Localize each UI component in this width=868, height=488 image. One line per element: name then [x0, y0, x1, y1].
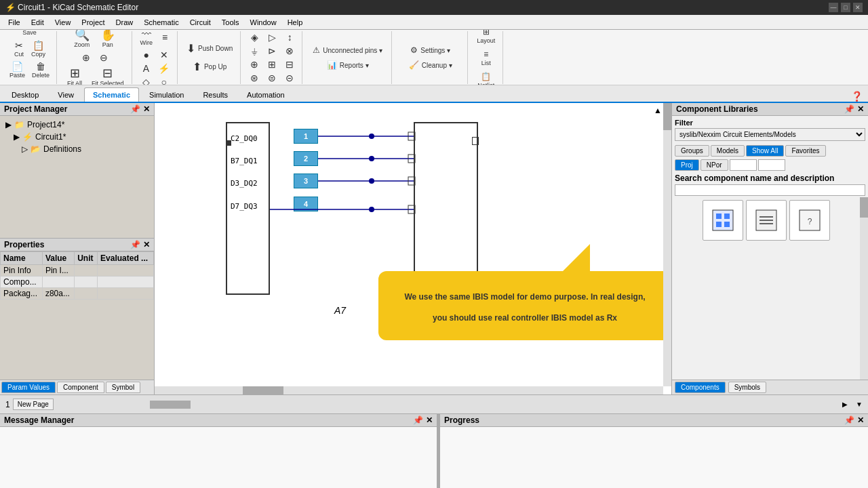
meas-button[interactable]: ⊟: [281, 58, 298, 70]
pop-up-button[interactable]: ⬆ Pop Up: [189, 58, 230, 75]
diff-button[interactable]: ↕: [281, 31, 298, 43]
no-connect-button[interactable]: ✕: [156, 49, 172, 61]
menu-circuit[interactable]: Circuit: [184, 17, 216, 28]
unconnected-pins-button[interactable]: ⚠ Unconnected pins ▾: [308, 43, 387, 57]
pin-icon[interactable]: 📌: [130, 104, 140, 114]
tree-item-definitions[interactable]: ▷ 📂 Definitions: [19, 143, 151, 155]
pin-progress-icon[interactable]: 📌: [844, 415, 854, 425]
schematic-scrollbar-thumb[interactable]: [150, 401, 191, 409]
more-button[interactable]: ⊝: [281, 72, 298, 84]
wire-button[interactable]: 〰 Wire: [138, 30, 156, 47]
show-all-button[interactable]: Show All: [746, 145, 784, 157]
h-scrollbar[interactable]: [155, 386, 663, 394]
h-scrollbar-thumb[interactable]: [243, 386, 283, 394]
log-button[interactable]: ⊜: [264, 72, 280, 84]
tab-view[interactable]: View: [49, 87, 83, 102]
comp-item-3[interactable]: ?: [789, 200, 830, 241]
cut-button[interactable]: ✂ Cut: [11, 39, 27, 59]
menu-help[interactable]: Help: [282, 17, 309, 28]
port-button[interactable]: ⊳: [264, 45, 280, 57]
favorites-button[interactable]: Favorites: [785, 145, 825, 157]
push-down-button[interactable]: ⬇ Push Down: [183, 40, 236, 57]
save-button[interactable]: 💾 Save: [18, 30, 42, 38]
tree-item-circuit1[interactable]: ▶ ⚡ Circuit1*: [11, 131, 151, 143]
tab-desktop[interactable]: Desktop: [3, 87, 47, 102]
zoom-button[interactable]: 🔍 Zoom: [70, 30, 94, 50]
paste-button[interactable]: 📄 Paste: [7, 60, 28, 80]
menu-schematic[interactable]: Schematic: [138, 17, 184, 28]
pin-props-icon[interactable]: 📌: [130, 240, 140, 249]
models-button[interactable]: Models: [711, 145, 745, 157]
menu-draw[interactable]: Draw: [111, 17, 139, 28]
tab-automation[interactable]: Automation: [238, 87, 294, 102]
maximize-button[interactable]: □: [841, 3, 850, 12]
copy-button[interactable]: 📋 Copy: [28, 39, 48, 59]
close-panel-icon[interactable]: ✕: [143, 104, 150, 114]
close-msg-icon[interactable]: ✕: [426, 415, 433, 425]
pan-button[interactable]: ✋ Pan: [96, 30, 120, 50]
lib-tab-symbols[interactable]: Symbols: [728, 382, 766, 393]
schematic-h-scrollbar[interactable]: [62, 401, 834, 409]
junction-button[interactable]: ●: [138, 49, 155, 61]
menu-window[interactable]: Window: [245, 17, 282, 28]
lib-tab-components[interactable]: Components: [675, 382, 726, 393]
menu-file[interactable]: File: [3, 17, 26, 28]
label-button[interactable]: A: [138, 62, 154, 75]
lib-scrollbar-thumb[interactable]: [860, 197, 868, 218]
close-props-icon[interactable]: ✕: [143, 240, 150, 249]
close-lib-icon[interactable]: ✕: [857, 104, 864, 114]
proj-button[interactable]: Proj: [675, 159, 699, 171]
tab-results[interactable]: Results: [194, 87, 237, 102]
symbol-button[interactable]: ◇: [138, 76, 155, 86]
tab-symbol[interactable]: Symbol: [106, 382, 140, 393]
pin-lib-icon[interactable]: 📌: [844, 104, 854, 114]
delete-button[interactable]: 🗑 Delete: [29, 60, 52, 80]
list-button[interactable]: ≡ List: [474, 47, 498, 68]
search-input[interactable]: [675, 184, 865, 196]
menu-project[interactable]: Project: [76, 17, 110, 28]
cleanup-button[interactable]: 🧹 Cleanup ▾: [397, 58, 463, 72]
pin-msg-icon[interactable]: 📌: [413, 415, 423, 425]
zoom-out-button[interactable]: ⊖: [96, 52, 112, 64]
scroll-right-arrow[interactable]: ▶: [842, 401, 850, 408]
help-icon[interactable]: ❓: [851, 91, 865, 102]
close-progress-icon[interactable]: ✕: [857, 415, 864, 425]
menu-view[interactable]: View: [50, 17, 77, 28]
minimize-button[interactable]: —: [829, 3, 838, 12]
v-scrollbar[interactable]: [663, 103, 671, 386]
layout-button[interactable]: ⊞ Layout: [473, 30, 498, 46]
bus-button[interactable]: ≡: [157, 31, 173, 43]
reports-button[interactable]: 📊 Reports ▾: [308, 58, 387, 72]
tab-simulation[interactable]: Simulation: [140, 87, 193, 102]
netlist-button[interactable]: 📋 Netlist: [474, 70, 498, 86]
marker-button[interactable]: ▷: [264, 31, 280, 43]
fit-selected-button[interactable]: ⊟ Fit Selected: [88, 65, 127, 85]
comp-item-2[interactable]: [746, 200, 787, 241]
probe-button[interactable]: ◈: [246, 31, 262, 43]
close-button[interactable]: ✕: [853, 3, 863, 12]
connect-button[interactable]: ⊕: [246, 58, 262, 70]
power-button[interactable]: ⚡: [155, 62, 172, 75]
extra-input-1[interactable]: [730, 159, 757, 171]
tab-schematic[interactable]: Schematic: [84, 87, 139, 102]
menu-tools[interactable]: Tools: [216, 17, 245, 28]
v-scrollbar-thumb[interactable]: [663, 103, 671, 130]
lib-v-scrollbar[interactable]: [860, 197, 868, 380]
zoom-in-button[interactable]: ⊕: [78, 52, 94, 64]
menu-edit[interactable]: Edit: [26, 17, 50, 28]
schematic-canvas[interactable]: ▲ C2_DQ0 B7_DQ1 D3_DQ2 D7_DQ3 1 2 3 4: [155, 103, 671, 394]
tab-component[interactable]: Component: [57, 382, 104, 393]
tree-item-project14[interactable]: ▶ 📁 Project14*: [3, 119, 151, 131]
sim-button[interactable]: ⊛: [246, 72, 262, 84]
new-page-button[interactable]: New Page: [13, 399, 54, 410]
npor-button[interactable]: NPor: [701, 159, 728, 171]
lib-scroll-down[interactable]: ▼: [856, 401, 863, 408]
fit-all-button[interactable]: ⊞ Fit All: [62, 65, 87, 85]
tab-param-values[interactable]: Param Values: [1, 382, 56, 393]
lib-filter-select[interactable]: syslib/Nexxim Circuit Elements/Models: [675, 128, 865, 141]
extra-input-2[interactable]: [758, 159, 785, 171]
settings-button[interactable]: ⚙ Settings ▾: [397, 43, 463, 57]
comp-item-1[interactable]: [703, 200, 743, 241]
groups-button[interactable]: Groups: [675, 145, 709, 157]
ellipse-button[interactable]: ○: [156, 76, 172, 86]
